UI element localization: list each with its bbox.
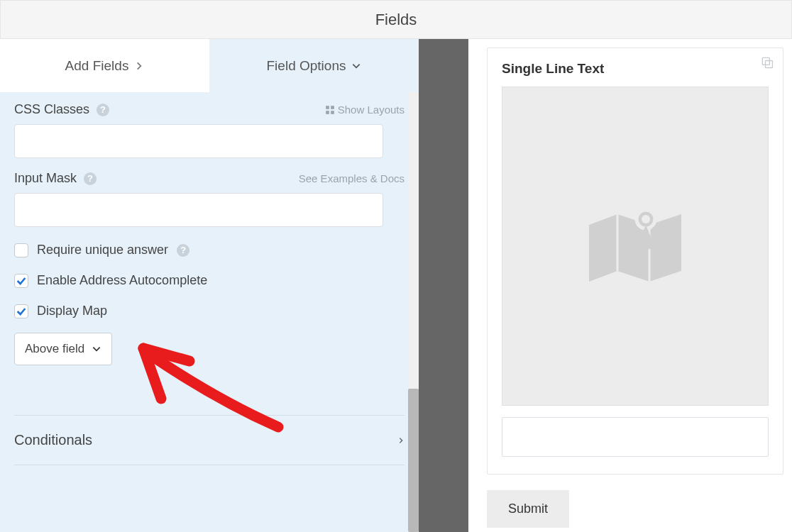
submit-button[interactable]: Submit [487, 490, 569, 528]
svg-rect-4 [762, 57, 769, 65]
help-icon[interactable]: ? [84, 172, 97, 185]
check-icon [16, 275, 27, 287]
show-layouts-link[interactable]: Show Layouts [325, 104, 405, 116]
options-body: CSS Classes ? Show Layouts Input Mask ? [0, 92, 419, 532]
scrollbar-track[interactable] [408, 92, 419, 532]
duplicate-icon[interactable] [760, 55, 774, 72]
css-classes-label: CSS Classes [14, 102, 89, 117]
css-classes-row: CSS Classes ? Show Layouts [14, 102, 405, 158]
main-layout: Add Fields Field Options CSS Classes ? S… [0, 39, 792, 532]
examples-docs-link[interactable]: See Examples & Docs [299, 172, 405, 184]
map-placeholder [502, 87, 769, 406]
submit-button-label: Submit [508, 501, 548, 516]
autocomplete-label: Enable Address Autocomplete [37, 273, 207, 288]
help-icon[interactable]: ? [177, 244, 189, 257]
conditionals-section[interactable]: Conditionals [14, 416, 405, 465]
unique-answer-label: Require unique answer [37, 243, 168, 257]
right-panel: Single Line Text Submit [468, 39, 792, 532]
conditionals-label: Conditionals [14, 432, 92, 448]
preview-title: Single Line Text [502, 61, 769, 77]
map-position-value: Above field [25, 342, 84, 356]
svg-rect-1 [331, 106, 334, 109]
left-panel: Add Fields Field Options CSS Classes ? S… [0, 39, 419, 532]
autocomplete-row[interactable]: Enable Address Autocomplete [14, 273, 405, 288]
svg-rect-0 [326, 106, 329, 109]
display-map-label: Display Map [37, 304, 107, 318]
chevron-right-icon [397, 435, 405, 446]
map-marker-icon [582, 196, 688, 296]
tabs: Add Fields Field Options [0, 39, 419, 92]
svg-rect-3 [331, 111, 334, 114]
help-icon[interactable]: ? [97, 104, 109, 116]
input-mask-label: Input Mask [14, 171, 77, 186]
tab-field-options-label: Field Options [267, 58, 346, 74]
css-classes-input[interactable] [14, 124, 383, 158]
page-title: Fields [375, 11, 417, 29]
check-icon [16, 306, 27, 317]
scrollbar-thumb[interactable] [408, 389, 419, 532]
tab-add-fields[interactable]: Add Fields [0, 39, 209, 92]
examples-docs-label: See Examples & Docs [299, 172, 405, 184]
input-mask-row: Input Mask ? See Examples & Docs [14, 171, 405, 227]
page-header: Fields [0, 0, 792, 39]
display-map-checkbox[interactable] [14, 304, 28, 318]
tab-add-fields-label: Add Fields [65, 58, 129, 74]
tab-field-options[interactable]: Field Options [209, 39, 419, 92]
panel-gap [419, 39, 468, 532]
chevron-down-icon [351, 61, 361, 71]
chevron-down-icon [92, 344, 101, 354]
chevron-right-icon [134, 61, 144, 71]
input-mask-input[interactable] [14, 193, 383, 227]
show-layouts-label: Show Layouts [338, 104, 405, 116]
svg-rect-2 [326, 111, 329, 114]
unique-answer-checkbox[interactable] [14, 243, 28, 257]
grid-icon [325, 105, 335, 115]
preview-card: Single Line Text [487, 48, 783, 475]
autocomplete-checkbox[interactable] [14, 274, 28, 288]
unique-answer-row[interactable]: Require unique answer ? [14, 243, 405, 257]
svg-point-7 [642, 215, 650, 223]
preview-text-input[interactable] [502, 417, 769, 457]
display-map-row[interactable]: Display Map [14, 304, 405, 318]
svg-rect-5 [766, 61, 773, 68]
map-position-select[interactable]: Above field [14, 333, 112, 365]
